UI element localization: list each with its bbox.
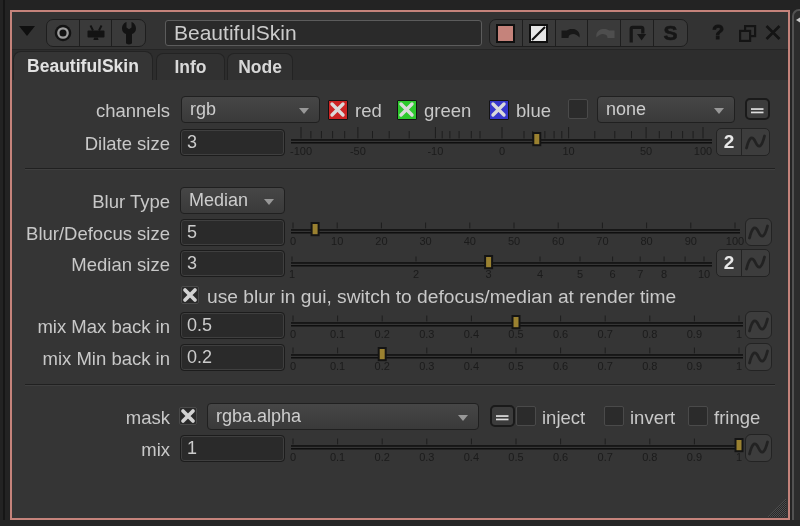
svg-text:40: 40 [464, 235, 476, 247]
svg-text:0.9: 0.9 [687, 451, 702, 463]
svg-text:0.3: 0.3 [419, 328, 434, 340]
svg-text:10: 10 [562, 145, 574, 157]
svg-text:1: 1 [289, 268, 295, 280]
svg-text:0.5: 0.5 [508, 360, 523, 372]
svg-text:30: 30 [419, 235, 431, 247]
svg-text:7: 7 [637, 268, 643, 280]
svg-text:0.5: 0.5 [508, 451, 523, 463]
svg-text:0.4: 0.4 [464, 451, 479, 463]
svg-text:0: 0 [290, 328, 296, 340]
svg-text:0.1: 0.1 [330, 451, 345, 463]
svg-text:0.9: 0.9 [687, 360, 702, 372]
svg-text:0.4: 0.4 [464, 360, 479, 372]
svg-text:0.7: 0.7 [598, 328, 613, 340]
svg-text:0.2: 0.2 [375, 328, 390, 340]
svg-text:0.7: 0.7 [598, 360, 613, 372]
svg-text:0.3: 0.3 [419, 451, 434, 463]
svg-text:8: 8 [661, 268, 667, 280]
svg-text:70: 70 [596, 235, 608, 247]
svg-text:100: 100 [726, 235, 744, 247]
svg-text:90: 90 [685, 235, 697, 247]
svg-text:50: 50 [640, 145, 652, 157]
svg-text:1: 1 [736, 328, 742, 340]
svg-text:0.7: 0.7 [598, 451, 613, 463]
svg-text:1: 1 [736, 360, 742, 372]
svg-text:2: 2 [413, 268, 419, 280]
svg-text:80: 80 [640, 235, 652, 247]
svg-text:1: 1 [736, 451, 742, 463]
svg-text:-100: -100 [290, 145, 312, 157]
svg-text:0: 0 [290, 360, 296, 372]
svg-text:0.8: 0.8 [642, 451, 657, 463]
svg-text:10: 10 [331, 235, 343, 247]
svg-text:0.3: 0.3 [419, 360, 434, 372]
svg-text:0.2: 0.2 [375, 360, 390, 372]
svg-text:60: 60 [552, 235, 564, 247]
svg-text:0.6: 0.6 [553, 360, 568, 372]
svg-text:50: 50 [508, 235, 520, 247]
svg-text:4: 4 [537, 268, 543, 280]
svg-text:0: 0 [499, 145, 505, 157]
svg-text:0.1: 0.1 [330, 360, 345, 372]
svg-text:0.9: 0.9 [687, 328, 702, 340]
svg-text:3: 3 [486, 268, 492, 280]
svg-text:0.4: 0.4 [464, 328, 479, 340]
svg-text:0: 0 [290, 451, 296, 463]
svg-text:0.5: 0.5 [508, 328, 523, 340]
svg-text:5: 5 [577, 268, 583, 280]
svg-text:0: 0 [290, 235, 296, 247]
svg-text:100: 100 [694, 145, 712, 157]
svg-text:0.6: 0.6 [553, 328, 568, 340]
svg-text:0.6: 0.6 [553, 451, 568, 463]
svg-text:-50: -50 [350, 145, 366, 157]
svg-text:10: 10 [698, 268, 710, 280]
svg-text:-10: -10 [427, 145, 443, 157]
svg-text:0.1: 0.1 [330, 328, 345, 340]
svg-text:0.8: 0.8 [642, 360, 657, 372]
svg-text:0.8: 0.8 [642, 328, 657, 340]
svg-text:20: 20 [375, 235, 387, 247]
svg-text:0.2: 0.2 [375, 451, 390, 463]
svg-text:6: 6 [610, 268, 616, 280]
